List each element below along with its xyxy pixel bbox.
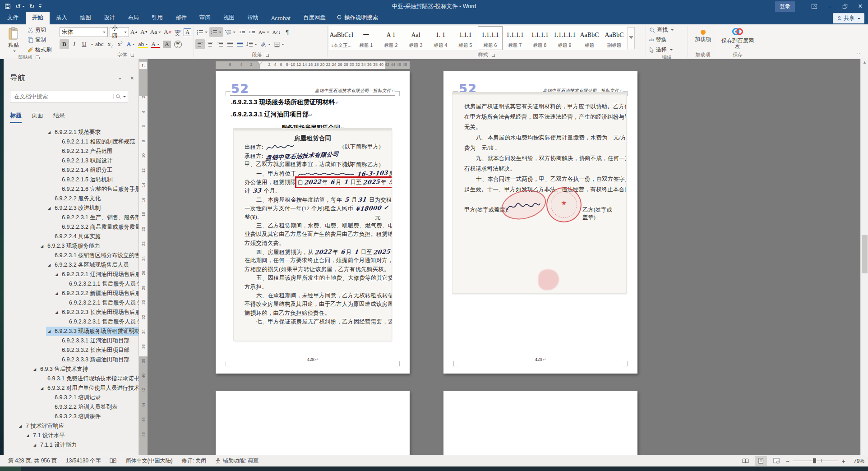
show-marks-button[interactable]: ¶ bbox=[282, 27, 292, 37]
nav-heading-item[interactable]: ◢6.9.2.3.3 现场服务场所租赁证明材料 bbox=[4, 327, 139, 336]
nav-heading-item[interactable]: 6.9.2.2.1.6 完整的售后服务手册 bbox=[4, 185, 139, 194]
nav-heading-item[interactable]: 6.9.3.2.3 培训课件 bbox=[4, 412, 139, 421]
underline-button[interactable]: U bbox=[79, 39, 89, 49]
align-center-button[interactable] bbox=[205, 39, 215, 49]
language-indicator[interactable]: 简体中文(中国大陆) bbox=[121, 457, 177, 465]
nav-heading-item[interactable]: 6.9.2.2.2 服务文化 bbox=[4, 194, 139, 203]
style-item[interactable]: AaBbCcDdI↓本文正... bbox=[329, 26, 354, 50]
nav-heading-item[interactable]: 6.9.2.3.2.2.1 售后服务人员专... bbox=[4, 298, 139, 308]
ribbon-tab-Acrobat[interactable]: Acrobat bbox=[265, 13, 297, 24]
search-icon[interactable] bbox=[113, 94, 128, 99]
document-page[interactable]: 52 盘锦中亚石油技术有限公司—投标文件↵ 甲方(签字或盖章): 乙方(签字或盖… bbox=[443, 71, 637, 374]
change-case-button[interactable]: Aa bbox=[149, 27, 162, 37]
vertical-scrollbar[interactable]: ▲ bbox=[860, 59, 868, 455]
expand-triangle-icon[interactable]: ◢ bbox=[41, 244, 47, 248]
nav-heading-item[interactable]: 6.9.2.2.4 具体实施 bbox=[4, 232, 139, 241]
expand-triangle-icon[interactable]: ◢ bbox=[55, 291, 62, 296]
asian-layout-button[interactable]: A⇋ bbox=[257, 27, 271, 37]
addins-button[interactable]: 加载项 bbox=[691, 25, 715, 51]
nav-close-icon[interactable]: × bbox=[130, 74, 134, 82]
zoom-in-button[interactable]: + bbox=[842, 457, 845, 465]
expand-triangle-icon[interactable]: ◢ bbox=[33, 443, 40, 447]
style-item[interactable]: A 1标题 2 bbox=[379, 26, 403, 50]
phonetic-guide-button[interactable]: wén文 bbox=[173, 27, 182, 37]
nav-heading-item[interactable]: ◢6.9.3 售后技术支持 bbox=[4, 365, 139, 374]
share-button[interactable]: 共享 bbox=[833, 13, 864, 23]
ribbon-tab-设计[interactable]: 设计 bbox=[97, 12, 121, 24]
nav-heading-item[interactable]: 6.9.2.2.1.4 组织分工 bbox=[4, 166, 139, 175]
nav-heading-item[interactable]: ◢6.9.3.2 对用户单位使用人员进行技术... bbox=[4, 383, 139, 393]
superscript-button[interactable]: x² bbox=[115, 39, 125, 49]
copy-button[interactable]: 复制 bbox=[26, 35, 53, 44]
ribbon-tab-开始[interactable]: 开始 bbox=[26, 12, 50, 24]
ribbon-display-options-icon[interactable] bbox=[807, 0, 822, 13]
select-button[interactable]: 选择 bbox=[647, 45, 686, 54]
ribbon-tab-引用[interactable]: 引用 bbox=[145, 12, 169, 24]
style-item[interactable]: 1. 1标题 4 bbox=[428, 26, 453, 50]
nav-heading-item[interactable]: ◢7 技术评审响应 bbox=[4, 421, 139, 431]
paste-button[interactable]: 粘贴 bbox=[1, 25, 26, 54]
style-item[interactable]: 1.1.1.1标题 8 bbox=[527, 26, 552, 50]
font-color-button[interactable]: A bbox=[150, 39, 161, 49]
align-right-button[interactable] bbox=[215, 39, 225, 49]
paragraph-dialog-launcher-icon[interactable] bbox=[264, 52, 269, 57]
zoom-level[interactable]: 79% bbox=[849, 458, 864, 464]
numbering-button[interactable] bbox=[209, 27, 223, 37]
nav-heading-item[interactable]: ◢6.9.2.2.1 规范要求 bbox=[4, 128, 139, 137]
ribbon-tab-审阅[interactable]: 审阅 bbox=[193, 12, 217, 24]
multilevel-list-button[interactable] bbox=[223, 27, 237, 37]
nav-search-box[interactable] bbox=[10, 91, 128, 102]
zoom-slider[interactable] bbox=[793, 461, 838, 461]
close-icon[interactable]: × bbox=[853, 0, 868, 13]
web-layout-icon[interactable] bbox=[771, 456, 782, 466]
justify-button[interactable] bbox=[225, 39, 235, 49]
nav-collapse-icon[interactable]: ⌄ bbox=[118, 74, 122, 82]
shrink-font-button[interactable]: A▼ bbox=[139, 27, 149, 37]
nav-heading-item[interactable]: 6.9.3.2.1 培训记录 bbox=[4, 393, 139, 402]
style-item[interactable]: AaBbC副标题 bbox=[602, 26, 627, 50]
expand-triangle-icon[interactable]: ◢ bbox=[41, 386, 47, 390]
tab-stop-selector[interactable]: L bbox=[139, 61, 148, 69]
italic-button[interactable]: I bbox=[69, 39, 79, 49]
clear-formatting-button[interactable]: A bbox=[162, 27, 172, 37]
expand-triangle-icon[interactable]: ◢ bbox=[19, 424, 26, 428]
nav-heading-item[interactable]: 6.9.2.2.1.3 职能设计 bbox=[4, 156, 139, 166]
nav-heading-item[interactable]: 6.9.2.3.3.2 长庆油田项目部 bbox=[4, 346, 139, 355]
style-item[interactable]: 1.1.1标题 5 bbox=[453, 26, 478, 50]
scanned-contract-page-1[interactable]: 房屋租赁合同出租方: (以下简称甲方)承租方: 盘锦中亚石油技术有限公司(以下简… bbox=[234, 129, 392, 341]
minimize-icon[interactable]: – bbox=[822, 0, 837, 13]
redo-icon[interactable]: ↻ bbox=[29, 3, 35, 10]
borders-button[interactable] bbox=[272, 39, 286, 49]
nav-heading-item[interactable]: ◢6.9.2.3.2.3 长庆油田现场售后服... bbox=[4, 308, 139, 317]
expand-triangle-icon[interactable]: ◢ bbox=[48, 206, 55, 210]
scanned-contract-page-2[interactable]: 甲方(签字或盖章): 乙方(签字或盖章) ★ 供房屋产权证明或其它有关证明材料的… bbox=[452, 92, 626, 293]
distribute-button[interactable] bbox=[235, 39, 245, 49]
sort-button[interactable]: AZ↓ bbox=[271, 27, 282, 37]
text-effects-button[interactable]: A bbox=[125, 39, 137, 49]
nav-heading-item[interactable]: 6.9.2.2.3.2 商品质量或服务质量... bbox=[4, 222, 139, 232]
nav-heading-item[interactable]: 6.9.2.3.2.3.1 售后服务人员专... bbox=[4, 317, 139, 327]
nav-tab-结果[interactable]: 结果 bbox=[53, 111, 65, 123]
partial-next-page[interactable] bbox=[443, 391, 637, 455]
nav-heading-item[interactable]: 6.9.2.3.2.1.1 售后服务人员专... bbox=[4, 279, 139, 289]
first-line-indent-marker[interactable] bbox=[258, 61, 262, 66]
strikethrough-button[interactable]: abc bbox=[94, 39, 105, 49]
accessibility-status[interactable]: 辅助功能: 调查 bbox=[211, 457, 263, 465]
nav-heading-item[interactable]: 6.9.3.1 免费进行现场技术指导承诺书 bbox=[4, 374, 139, 383]
ribbon-tab-布局[interactable]: 布局 bbox=[121, 12, 145, 24]
nav-heading-item[interactable]: 6.9.2.3.3.1 辽河油田项目部 bbox=[4, 336, 139, 346]
font-dialog-launcher-icon[interactable] bbox=[129, 52, 134, 57]
expand-triangle-icon[interactable]: ◢ bbox=[26, 434, 33, 438]
expand-triangle-icon[interactable]: ◢ bbox=[33, 367, 40, 371]
find-button[interactable]: 查找 bbox=[647, 25, 686, 34]
qat-customize-icon[interactable] bbox=[39, 5, 42, 8]
replace-button[interactable]: ab 替换 bbox=[647, 35, 686, 44]
font-size-combo[interactable]: 小四 bbox=[110, 27, 129, 37]
nav-heading-item[interactable]: ◢6.9.2.3.2.2 新疆油田现场售后服... bbox=[4, 289, 139, 298]
ribbon-tab-邮件[interactable]: 邮件 bbox=[169, 12, 193, 24]
style-item[interactable]: 1.1.1.1标题 6 bbox=[478, 26, 503, 50]
style-item[interactable]: 一标题 1 bbox=[354, 26, 379, 50]
nav-tab-页面[interactable]: 页面 bbox=[32, 111, 43, 123]
ribbon-tab-百度网盘[interactable]: 百度网盘 bbox=[297, 12, 332, 24]
document-page[interactable]: 52 盘锦中亚石油技术有限公司—投标文件↵ .6.9.2.3.3 现场服务场所租… bbox=[216, 71, 410, 374]
